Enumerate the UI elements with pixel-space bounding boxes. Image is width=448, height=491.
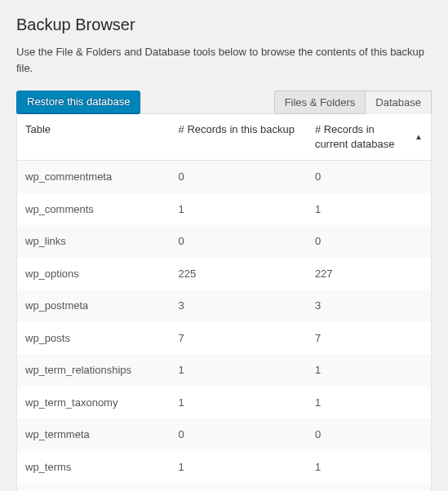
cell-table-name: wp_links [17, 225, 171, 258]
cell-table-name: wp_termmeta [17, 418, 171, 451]
cell-records-backup: 1 [171, 354, 307, 387]
cell-table-name: wp_terms [17, 451, 171, 484]
cell-records-backup: 1 [171, 451, 307, 484]
column-header-table-label: Table [25, 123, 51, 135]
cell-table-name: wp_term_relationships [17, 354, 171, 387]
cell-records-current: 0 [307, 161, 431, 193]
cell-records-current: 227 [307, 258, 431, 290]
cell-records-backup: 1 [171, 193, 307, 226]
cell-records-current: 1 [307, 193, 431, 226]
cell-table-name: wp_postmeta [17, 290, 171, 322]
sort-indicator-icon: ▲ [415, 131, 423, 143]
tab-files-folders[interactable]: Files & Folders [274, 91, 366, 114]
tab-bar: Files & Folders Database [274, 91, 432, 114]
cell-records-current: 7 [307, 322, 431, 355]
table-row: wp_termmeta00 [17, 418, 431, 451]
page-title: Backup Browser [16, 8, 432, 38]
tab-database[interactable]: Database [365, 91, 432, 114]
cell-records-backup: 225 [171, 258, 307, 290]
table-row: wp_commentmeta00 [17, 161, 431, 193]
cell-records-backup: 0 [171, 161, 307, 193]
cell-records-current: 1 [307, 451, 431, 484]
page-description: Use the File & Folders and Database tool… [16, 44, 432, 76]
cell-records-current: 0 [307, 225, 431, 258]
cell-table-name: wp_usermeta [17, 483, 171, 491]
cell-table-name: wp_term_taxonomy [17, 387, 171, 419]
column-header-records-current-label: # Records in current database [315, 122, 410, 152]
column-header-records-backup-label: # Records in this backup [179, 123, 295, 135]
cell-table-name: wp_comments [17, 193, 171, 226]
table-row: wp_posts77 [17, 322, 431, 355]
table-row: wp_postmeta33 [17, 290, 431, 322]
table-row: wp_usermeta2224 [17, 483, 431, 491]
table-row: wp_term_taxonomy11 [17, 387, 431, 419]
cell-records-backup: 1 [171, 387, 307, 419]
table-row: wp_term_relationships11 [17, 354, 431, 387]
cell-records-current: 1 [307, 387, 431, 419]
cell-records-backup: 7 [171, 322, 307, 355]
cell-records-backup: 0 [171, 225, 307, 258]
column-header-table[interactable]: Table [17, 114, 171, 161]
column-header-records-backup[interactable]: # Records in this backup [171, 114, 307, 161]
database-table: Table # Records in this backup # Records… [16, 113, 432, 491]
table-row: wp_links00 [17, 225, 431, 258]
cell-records-backup: 0 [171, 418, 307, 451]
table-row: wp_comments11 [17, 193, 431, 226]
table-row: wp_options225227 [17, 258, 431, 290]
cell-table-name: wp_options [17, 258, 171, 290]
cell-table-name: wp_posts [17, 322, 171, 355]
cell-records-current: 3 [307, 290, 431, 322]
restore-database-button[interactable]: Restore this database [16, 91, 140, 113]
cell-records-backup: 3 [171, 290, 307, 322]
cell-records-current: 24 [307, 483, 431, 491]
cell-table-name: wp_commentmeta [17, 161, 171, 193]
cell-records-current: 0 [307, 418, 431, 451]
cell-records-current: 1 [307, 354, 431, 387]
table-row: wp_terms11 [17, 451, 431, 484]
cell-records-backup: 22 [171, 483, 307, 491]
column-header-records-current[interactable]: # Records in current database ▲ [307, 114, 431, 161]
